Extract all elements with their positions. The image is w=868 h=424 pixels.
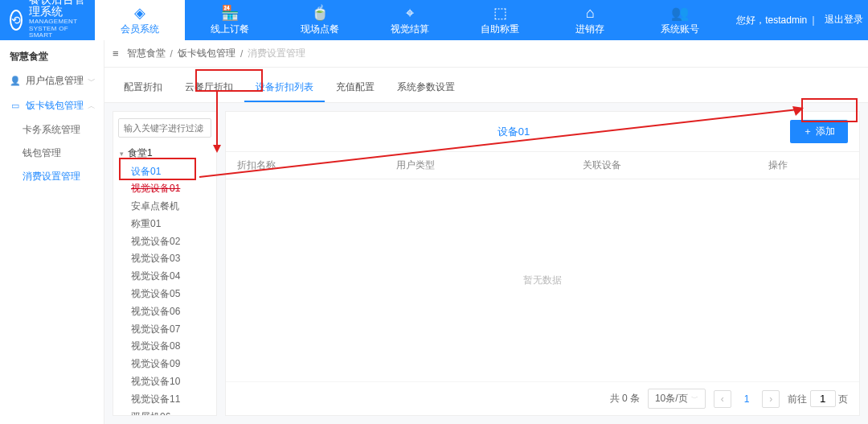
- topnav-inventory[interactable]: ⌂进销存: [545, 0, 635, 40]
- topnav-self-weigh[interactable]: ⬚自助称重: [455, 0, 545, 40]
- topnav-member[interactable]: ◈会员系统: [95, 0, 185, 40]
- sidebar-item-userinfo[interactable]: 👤 用户信息管理 ﹀: [0, 68, 104, 93]
- shell: 智慧食堂 👤 用户信息管理 ﹀ ▭ 饭卡钱包管理 ︿ 卡务系统管理 钱包管理 消…: [0, 40, 868, 424]
- greeting-text: 您好，testadmin: [736, 14, 807, 27]
- tree-leaf[interactable]: 视觉设备02: [129, 233, 211, 250]
- sidebar-child-card-system[interactable]: 卡务系统管理: [13, 118, 104, 142]
- sidebar-item-wallet[interactable]: ▭ 饭卡钱包管理 ︿: [0, 93, 104, 118]
- tab-recharge-config[interactable]: 充值配置: [325, 74, 386, 102]
- tree-leaf[interactable]: 视觉设备06: [129, 303, 211, 320]
- store-icon: 🏪: [221, 5, 239, 21]
- sidebar: 智慧食堂 👤 用户信息管理 ﹀ ▭ 饭卡钱包管理 ︿ 卡务系统管理 钱包管理 消…: [0, 40, 104, 424]
- tree-leaf[interactable]: 称重01: [129, 215, 211, 233]
- prev-page-button[interactable]: ‹: [714, 390, 731, 408]
- tree-leaf[interactable]: 视觉设备08: [129, 338, 211, 356]
- collapse-icon[interactable]: ≡: [113, 47, 119, 60]
- chevron-up-icon: ︿: [88, 101, 96, 112]
- logout-link[interactable]: 退出登录: [825, 14, 863, 25]
- tree-leaf[interactable]: 视觉设备11: [129, 390, 211, 408]
- tree-leaf[interactable]: 安卓点餐机: [129, 198, 211, 216]
- panel-title: 设备01: [237, 125, 790, 139]
- col-action: 操作: [768, 158, 848, 172]
- tree-leaf[interactable]: 视觉设备05: [129, 286, 211, 303]
- tree-parent[interactable]: ▾食堂1: [118, 144, 211, 163]
- topbar: ⟲ 餐饮后台管理系统 MANAGEMENT SYSTEM OF SMART CA…: [0, 0, 868, 40]
- house-icon: ⌂: [586, 5, 595, 21]
- tree-leaf[interactable]: 视觉设备09: [129, 356, 211, 373]
- device-tree: ▾食堂1 设备01 视觉设备01 安卓点餐机 称重01 视觉设备02 视觉设备0…: [118, 144, 211, 416]
- user-area: 您好，testadmin ｜ 退出登录: [725, 0, 868, 40]
- col-linked-device: 关联设备: [583, 158, 768, 172]
- sidebar-child-consume-settings[interactable]: 消费设置管理: [13, 165, 104, 188]
- col-user-type: 用户类型: [396, 158, 582, 172]
- brand-logo-icon: ⟲: [10, 10, 23, 31]
- topnav-accounts[interactable]: 👥系统账号: [635, 0, 725, 40]
- tree-leaf[interactable]: 视觉设备07: [129, 320, 211, 338]
- breadcrumb-item[interactable]: 智慧食堂: [127, 47, 166, 60]
- chevron-down-icon: ﹀: [88, 76, 96, 87]
- page-number[interactable]: 1: [739, 393, 755, 405]
- main: ≡ 智慧食堂/ 饭卡钱包管理/ 消费设置管理 配置折扣 云餐厅折扣 设备折扣列表…: [104, 40, 868, 424]
- tab-device-discount-list[interactable]: 设备折扣列表: [244, 74, 325, 102]
- content: ▾食堂1 设备01 视觉设备01 安卓点餐机 称重01 视觉设备02 视觉设备0…: [104, 103, 868, 424]
- topnav-vision-checkout[interactable]: ⌖视觉结算: [365, 0, 455, 40]
- goto-input[interactable]: [810, 390, 836, 407]
- brand-subtitle: MANAGEMENT SYSTEM OF SMART CANTEEN: [29, 19, 85, 47]
- tree-leaf[interactable]: 视觉设备10: [129, 373, 211, 391]
- topnav-onsite-order[interactable]: 🍵现场点餐: [275, 0, 365, 40]
- breadcrumb-item[interactable]: 饭卡钱包管理: [178, 47, 235, 60]
- tree-leaf[interactable]: 视觉设备03: [129, 250, 211, 268]
- scale-icon: ⬚: [493, 5, 507, 21]
- device-tree-panel: ▾食堂1 设备01 视觉设备01 安卓点餐机 称重01 视觉设备02 视觉设备0…: [113, 111, 217, 416]
- scan-icon: ⌖: [406, 5, 414, 21]
- total-count: 共 0 条: [610, 392, 640, 405]
- pagination: 共 0 条 10条/页﹀ ‹ 1 › 前往 页: [226, 381, 859, 415]
- tree-leaf[interactable]: 设备01: [129, 163, 211, 180]
- people-icon: 👥: [671, 5, 689, 21]
- tab-cloud-discount[interactable]: 云餐厅折扣: [174, 74, 244, 102]
- chevron-down-icon: ﹀: [691, 393, 698, 404]
- discount-table-panel: 设备01 ＋添加 折扣名称 用户类型 关联设备 操作 暂无数据 共 0 条 10…: [225, 111, 860, 416]
- brand: ⟲ 餐饮后台管理系统 MANAGEMENT SYSTEM OF SMART CA…: [0, 0, 95, 40]
- sidebar-child-wallet[interactable]: 钱包管理: [13, 142, 104, 165]
- tab-config-discount[interactable]: 配置折扣: [113, 74, 174, 102]
- breadcrumb-current: 消费设置管理: [248, 47, 305, 60]
- tabs: 配置折扣 云餐厅折扣 设备折扣列表 充值配置 系统参数设置: [104, 68, 868, 103]
- tab-system-params[interactable]: 系统参数设置: [386, 74, 466, 102]
- goto-page: 前往 页: [788, 390, 848, 407]
- add-button[interactable]: ＋添加: [790, 120, 848, 143]
- brand-title: 餐饮后台管理系统: [29, 0, 85, 19]
- sidebar-title: 智慧食堂: [0, 43, 104, 68]
- breadcrumb: ≡ 智慧食堂/ 饭卡钱包管理/ 消费设置管理: [104, 40, 868, 68]
- tree-leaf[interactable]: 视觉设备01: [129, 180, 211, 198]
- tree-leaf[interactable]: 视觉设备04: [129, 268, 211, 286]
- card-icon: ▭: [10, 101, 21, 111]
- topnav: ◈会员系统 🏪线上订餐 🍵现场点餐 ⌖视觉结算 ⬚自助称重 ⌂进销存 👥系统账号: [95, 0, 725, 40]
- col-discount-name: 折扣名称: [237, 158, 396, 172]
- next-page-button[interactable]: ›: [762, 390, 780, 408]
- diamond-icon: ◈: [134, 5, 145, 21]
- tree-leaf[interactable]: 双屏机06: [129, 408, 211, 416]
- user-icon: 👤: [10, 76, 21, 86]
- cup-icon: 🍵: [311, 5, 329, 21]
- page-size-select[interactable]: 10条/页﹀: [648, 389, 706, 409]
- search-input[interactable]: [118, 118, 211, 138]
- empty-state: 暂无数据: [226, 179, 859, 381]
- topnav-online-order[interactable]: 🏪线上订餐: [185, 0, 275, 40]
- caret-down-icon: ▾: [120, 150, 128, 158]
- table-header: 折扣名称 用户类型 关联设备 操作: [226, 151, 859, 179]
- plus-icon: ＋: [803, 125, 813, 138]
